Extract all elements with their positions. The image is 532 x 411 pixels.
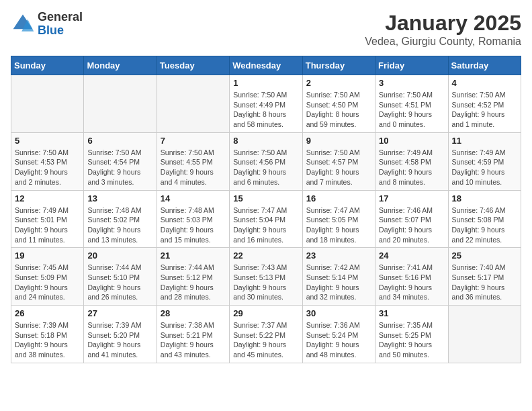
logo-text: General Blue — [38, 11, 83, 38]
day-info: Sunrise: 7:39 AM Sunset: 5:20 PM Dayligh… — [87, 320, 152, 360]
day-info: Sunrise: 7:49 AM Sunset: 5:01 PM Dayligh… — [15, 205, 80, 245]
weekday-header-saturday: Saturday — [448, 56, 521, 75]
day-info: Sunrise: 7:50 AM Sunset: 4:49 PM Dayligh… — [233, 90, 298, 130]
day-info: Sunrise: 7:50 AM Sunset: 4:56 PM Dayligh… — [233, 148, 298, 187]
day-number: 19 — [15, 250, 80, 261]
day-info: Sunrise: 7:50 AM Sunset: 4:57 PM Dayligh… — [306, 148, 371, 187]
day-info: Sunrise: 7:37 AM Sunset: 5:22 PM Dayligh… — [233, 320, 298, 360]
title-section: January 2025 Vedea, Giurgiu County, Roma… — [365, 11, 521, 48]
calendar-cell: 11Sunrise: 7:49 AM Sunset: 4:59 PM Dayli… — [448, 132, 521, 190]
calendar-cell: 20Sunrise: 7:44 AM Sunset: 5:10 PM Dayli… — [84, 248, 157, 306]
calendar-cell: 30Sunrise: 7:36 AM Sunset: 5:24 PM Dayli… — [302, 306, 375, 363]
day-number: 17 — [379, 193, 444, 203]
calendar-cell: 5Sunrise: 7:50 AM Sunset: 4:53 PM Daylig… — [11, 132, 84, 190]
week-row-3: 12Sunrise: 7:49 AM Sunset: 5:01 PM Dayli… — [11, 190, 521, 248]
calendar-cell: 17Sunrise: 7:46 AM Sunset: 5:07 PM Dayli… — [375, 190, 448, 248]
calendar-header: SundayMondayTuesdayWednesdayThursdayFrid… — [11, 56, 521, 75]
calendar-cell: 12Sunrise: 7:49 AM Sunset: 5:01 PM Dayli… — [11, 190, 84, 248]
calendar-cell: 15Sunrise: 7:47 AM Sunset: 5:04 PM Dayli… — [230, 190, 302, 248]
day-number: 3 — [379, 78, 444, 88]
calendar-cell: 10Sunrise: 7:49 AM Sunset: 4:58 PM Dayli… — [375, 132, 448, 190]
page-header: General Blue January 2025 Vedea, Giurgiu… — [11, 11, 521, 48]
day-info: Sunrise: 7:47 AM Sunset: 5:05 PM Dayligh… — [306, 205, 371, 245]
week-row-4: 19Sunrise: 7:45 AM Sunset: 5:09 PM Dayli… — [11, 248, 521, 306]
calendar-cell: 6Sunrise: 7:50 AM Sunset: 4:54 PM Daylig… — [84, 132, 157, 190]
day-number: 10 — [379, 136, 444, 146]
calendar-cell: 9Sunrise: 7:50 AM Sunset: 4:57 PM Daylig… — [302, 132, 375, 190]
calendar-cell — [448, 306, 521, 363]
day-number: 30 — [306, 308, 371, 318]
day-info: Sunrise: 7:40 AM Sunset: 5:17 PM Dayligh… — [452, 263, 517, 302]
calendar-cell: 29Sunrise: 7:37 AM Sunset: 5:22 PM Dayli… — [230, 306, 302, 363]
day-number: 20 — [87, 250, 152, 261]
day-number: 5 — [15, 136, 80, 146]
day-number: 14 — [161, 193, 226, 203]
day-number: 15 — [233, 193, 298, 203]
day-number: 31 — [379, 308, 444, 318]
weekday-header-monday: Monday — [84, 56, 157, 75]
day-info: Sunrise: 7:39 AM Sunset: 5:18 PM Dayligh… — [15, 320, 80, 360]
day-info: Sunrise: 7:44 AM Sunset: 5:12 PM Dayligh… — [161, 263, 226, 302]
calendar-cell: 8Sunrise: 7:50 AM Sunset: 4:56 PM Daylig… — [230, 132, 302, 190]
calendar-cell: 28Sunrise: 7:38 AM Sunset: 5:21 PM Dayli… — [157, 306, 229, 363]
day-info: Sunrise: 7:47 AM Sunset: 5:04 PM Dayligh… — [233, 205, 298, 245]
day-info: Sunrise: 7:50 AM Sunset: 4:55 PM Dayligh… — [161, 148, 226, 187]
day-number: 28 — [161, 308, 226, 318]
calendar-cell: 31Sunrise: 7:35 AM Sunset: 5:25 PM Dayli… — [375, 306, 448, 363]
calendar-cell: 4Sunrise: 7:50 AM Sunset: 4:52 PM Daylig… — [448, 75, 521, 133]
day-number: 12 — [15, 193, 80, 203]
day-info: Sunrise: 7:41 AM Sunset: 5:16 PM Dayligh… — [379, 263, 444, 302]
weekday-header-thursday: Thursday — [302, 56, 375, 75]
week-row-1: 1Sunrise: 7:50 AM Sunset: 4:49 PM Daylig… — [11, 75, 521, 133]
calendar-cell — [84, 75, 157, 133]
day-info: Sunrise: 7:38 AM Sunset: 5:21 PM Dayligh… — [161, 320, 226, 360]
weekday-header-tuesday: Tuesday — [157, 56, 229, 75]
weekday-header-wednesday: Wednesday — [230, 56, 302, 75]
day-info: Sunrise: 7:48 AM Sunset: 5:02 PM Dayligh… — [87, 205, 152, 245]
calendar-table: SundayMondayTuesdayWednesdayThursdayFrid… — [11, 56, 521, 363]
calendar-cell: 24Sunrise: 7:41 AM Sunset: 5:16 PM Dayli… — [375, 248, 448, 306]
calendar-cell: 19Sunrise: 7:45 AM Sunset: 5:09 PM Dayli… — [11, 248, 84, 306]
calendar-cell — [11, 75, 84, 133]
logo-icon — [11, 12, 35, 36]
weekday-header-friday: Friday — [375, 56, 448, 75]
day-number: 13 — [87, 193, 152, 203]
day-info: Sunrise: 7:44 AM Sunset: 5:10 PM Dayligh… — [87, 263, 152, 302]
day-number: 16 — [306, 193, 371, 203]
day-number: 9 — [306, 136, 371, 146]
calendar-cell: 25Sunrise: 7:40 AM Sunset: 5:17 PM Dayli… — [448, 248, 521, 306]
calendar-cell: 2Sunrise: 7:50 AM Sunset: 4:50 PM Daylig… — [302, 75, 375, 133]
calendar-cell: 7Sunrise: 7:50 AM Sunset: 4:55 PM Daylig… — [157, 132, 229, 190]
calendar-body: 1Sunrise: 7:50 AM Sunset: 4:49 PM Daylig… — [11, 75, 521, 363]
logo: General Blue — [11, 11, 83, 38]
logo-blue-text: Blue — [38, 24, 83, 38]
day-number: 6 — [87, 136, 152, 146]
day-number: 8 — [233, 136, 298, 146]
day-info: Sunrise: 7:50 AM Sunset: 4:52 PM Dayligh… — [452, 90, 517, 130]
weekday-row: SundayMondayTuesdayWednesdayThursdayFrid… — [11, 56, 521, 75]
day-info: Sunrise: 7:50 AM Sunset: 4:50 PM Dayligh… — [306, 90, 371, 130]
day-info: Sunrise: 7:45 AM Sunset: 5:09 PM Dayligh… — [15, 263, 80, 302]
calendar-cell: 27Sunrise: 7:39 AM Sunset: 5:20 PM Dayli… — [84, 306, 157, 363]
week-row-5: 26Sunrise: 7:39 AM Sunset: 5:18 PM Dayli… — [11, 306, 521, 363]
calendar-cell: 14Sunrise: 7:48 AM Sunset: 5:03 PM Dayli… — [157, 190, 229, 248]
day-number: 18 — [452, 193, 517, 203]
calendar-subtitle: Vedea, Giurgiu County, Romania — [365, 36, 521, 48]
weekday-header-sunday: Sunday — [11, 56, 84, 75]
day-number: 29 — [233, 308, 298, 318]
day-info: Sunrise: 7:50 AM Sunset: 4:54 PM Dayligh… — [87, 148, 152, 187]
calendar-cell: 13Sunrise: 7:48 AM Sunset: 5:02 PM Dayli… — [84, 190, 157, 248]
day-number: 23 — [306, 250, 371, 261]
day-number: 27 — [87, 308, 152, 318]
day-info: Sunrise: 7:49 AM Sunset: 4:58 PM Dayligh… — [379, 148, 444, 187]
day-number: 26 — [15, 308, 80, 318]
day-number: 24 — [379, 250, 444, 261]
calendar-cell: 18Sunrise: 7:46 AM Sunset: 5:08 PM Dayli… — [448, 190, 521, 248]
day-number: 21 — [161, 250, 226, 261]
day-number: 25 — [452, 250, 517, 261]
week-row-2: 5Sunrise: 7:50 AM Sunset: 4:53 PM Daylig… — [11, 132, 521, 190]
calendar-cell: 3Sunrise: 7:50 AM Sunset: 4:51 PM Daylig… — [375, 75, 448, 133]
day-info: Sunrise: 7:35 AM Sunset: 5:25 PM Dayligh… — [379, 320, 444, 360]
day-number: 4 — [452, 78, 517, 88]
day-info: Sunrise: 7:48 AM Sunset: 5:03 PM Dayligh… — [161, 205, 226, 245]
